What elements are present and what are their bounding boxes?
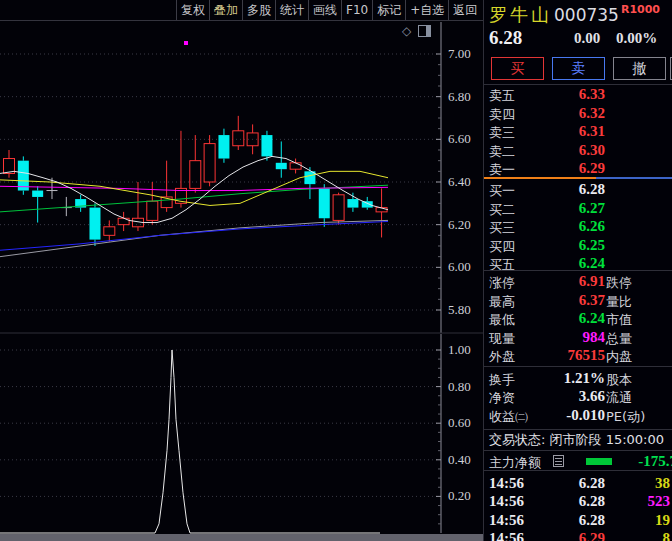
price-change: 0.00 [574, 30, 600, 47]
stat-row-4: 外盘76515内盘 [484, 346, 672, 364]
bid-row-1[interactable]: 买一6.28 [484, 180, 672, 198]
stat-row-7: 收益㈡-0.010PE(动) [484, 406, 672, 424]
bid-ask-ratio-bar [484, 177, 672, 179]
trade-volume: 8 [663, 530, 671, 541]
stat-label2: 量比 [606, 293, 632, 311]
chart-tools: ◇ [402, 24, 431, 38]
price-change-pct: 0.00% [616, 30, 657, 47]
diamond-icon[interactable]: ◇ [402, 24, 411, 38]
trade-time: 14:56 [489, 530, 524, 541]
trade-price: 6.29 [579, 530, 605, 541]
svg-text:6.40: 6.40 [448, 174, 471, 189]
bottom-scrollbar[interactable] [0, 534, 483, 541]
svg-text:6.20: 6.20 [448, 217, 471, 232]
bid-row-2[interactable]: 买二6.27 [484, 199, 672, 217]
ask-row-2[interactable]: 卖二6.30 [484, 141, 672, 159]
svg-text:0.80: 0.80 [448, 379, 471, 394]
trade-time: 14:56 [489, 493, 524, 510]
bid-label: 买四 [489, 238, 515, 256]
trade-row-0: 14:566.2838 [484, 474, 672, 492]
bid-price: 6.27 [579, 200, 605, 217]
stat-value: 6.24 [579, 310, 605, 327]
stat-value: 1.21% [564, 370, 605, 387]
toolbar-item-add-watch[interactable]: +自选 [405, 0, 448, 20]
toolbar-item-fuquan[interactable]: 复权 [176, 0, 209, 20]
toolbar-items: 复权叠加多股统计画线F10标记+自选返回 [176, 0, 481, 20]
stock-badge: R1000 [621, 3, 660, 16]
stat-value: 6.37 [579, 292, 605, 309]
trade-time: 14:56 [489, 475, 524, 492]
ask-price: 6.31 [579, 123, 605, 140]
stat-value: 76515 [568, 347, 606, 364]
stat-label2: 流通 [606, 389, 632, 407]
divider [484, 470, 672, 471]
svg-text:1.00: 1.00 [448, 342, 471, 357]
bid-label: 买三 [489, 219, 515, 237]
toolbar-item-mark[interactable]: 标记 [372, 0, 405, 20]
ask-row-1[interactable]: 卖一6.29 [484, 159, 672, 177]
split-window-icon[interactable] [418, 25, 431, 37]
ask-label: 卖二 [489, 143, 515, 161]
list-icon[interactable] [553, 455, 564, 467]
trade-row-3: 14:566.298 [484, 529, 672, 541]
stat-value: 3.66 [579, 388, 605, 405]
stat-value: 984 [583, 329, 606, 346]
stat-value: 6.91 [579, 273, 605, 290]
toolbar-item-f10[interactable]: F10 [341, 0, 372, 20]
stock-header: 罗牛山000735R1000 [489, 3, 660, 27]
stat-label2: 跌停 [606, 274, 632, 292]
ask-price: 6.29 [579, 160, 605, 177]
ask-price: 6.33 [579, 86, 605, 103]
bid-row-3[interactable]: 买三6.26 [484, 217, 672, 235]
cancel-order-button[interactable]: 撤 [613, 57, 666, 80]
indicator-chart[interactable]: 1.000.800.600.400.20 [0, 334, 483, 541]
toolbar-item-overlay[interactable]: 叠加 [209, 0, 242, 20]
trade-price: 6.28 [579, 493, 605, 510]
ask-label: 卖三 [489, 124, 515, 142]
stock-name: 罗牛山 [489, 4, 552, 25]
trade-volume: 523 [648, 493, 671, 510]
stat-label: 最低 [489, 311, 515, 329]
stat-row-3: 现量984总量 [484, 328, 672, 346]
sell-button[interactable]: 卖 [552, 57, 605, 80]
stat-row-0: 涨停6.91跌停 [484, 272, 672, 290]
quote-panel: 罗牛山000735R1000 6.28 0.00 0.00% 买 卖 撤 卖五6… [483, 0, 672, 541]
bid-row-4[interactable]: 买四6.25 [484, 236, 672, 254]
divider [484, 366, 672, 367]
bid-label: 买二 [489, 201, 515, 219]
top-toolbar: 复权叠加多股统计画线F10标记+自选返回 [0, 0, 483, 21]
svg-text:0.60: 0.60 [448, 415, 471, 430]
buy-button[interactable]: 买 [491, 57, 544, 80]
svg-text:0.20: 0.20 [448, 488, 471, 503]
stat-label2: 总量 [606, 330, 632, 348]
svg-text:5.80: 5.80 [448, 302, 471, 317]
toolbar-item-multi[interactable]: 多股 [242, 0, 275, 20]
ask-row-5[interactable]: 卖五6.33 [484, 85, 672, 103]
divider [484, 450, 672, 451]
candlestick-chart[interactable]: 7.006.806.606.406.206.005.80 [0, 20, 483, 334]
stat-label: 涨停 [489, 274, 515, 292]
svg-text:6.60: 6.60 [448, 131, 471, 146]
ask-row-3[interactable]: 卖三6.31 [484, 122, 672, 140]
trade-price: 6.28 [579, 512, 605, 529]
ask-row-4[interactable]: 卖四6.32 [484, 104, 672, 122]
bid-price: 6.28 [579, 181, 605, 198]
stat-label2: PE(动) [606, 408, 645, 426]
ask-price: 6.32 [579, 105, 605, 122]
stat-label2: 内盘 [606, 348, 632, 366]
stat-label: 现量 [489, 330, 515, 348]
main-force-row: 主力净额 -175.7 [484, 452, 672, 470]
bid-price: 6.26 [579, 218, 605, 235]
stat-row-6: 净资3.66流通 [484, 387, 672, 405]
stat-label: 最高 [489, 293, 515, 311]
trade-price: 6.28 [579, 475, 605, 492]
toolbar-item-back[interactable]: 返回 [448, 0, 481, 20]
toolbar-item-stats[interactable]: 统计 [275, 0, 308, 20]
trade-time: 14:56 [489, 512, 524, 529]
stat-row-5: 换手1.21%股本 [484, 369, 672, 387]
main-force-value: -175.7 [638, 453, 672, 470]
stock-code: 000735 [554, 5, 619, 25]
toolbar-item-draw[interactable]: 画线 [308, 0, 341, 20]
last-price: 6.28 [489, 27, 522, 48]
trade-row-1: 14:566.28523 [484, 492, 672, 510]
